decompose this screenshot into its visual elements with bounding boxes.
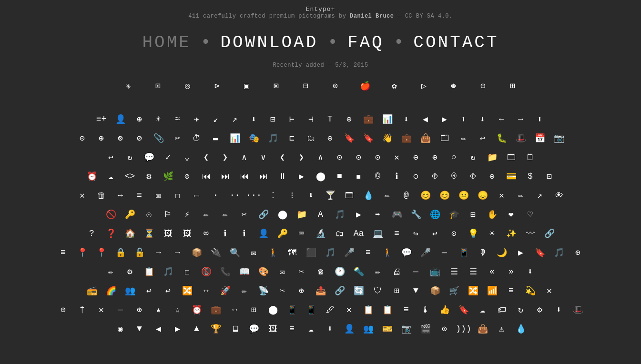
- icon-cell-0-21[interactable]: ←: [492, 110, 511, 129]
- icon-cell-4-18[interactable]: 😊: [416, 186, 435, 205]
- icon-cell-9-5[interactable]: 🔀: [178, 281, 197, 300]
- icon-cell-11-17[interactable]: ⊙: [435, 319, 454, 338]
- icon-cell-1-22[interactable]: 🐛: [492, 129, 511, 148]
- icon-cell-8-6[interactable]: 📞: [216, 262, 235, 281]
- icon-cell-2-21[interactable]: 🗔: [502, 148, 521, 167]
- icon-cell-11-6[interactable]: 🖥: [225, 319, 244, 338]
- icon-cell-5-12[interactable]: 🎵: [330, 205, 349, 224]
- icon-cell-8-17[interactable]: 📺: [426, 262, 445, 281]
- icon-cell-8-9[interactable]: ✉: [273, 262, 292, 281]
- icon-cell-9-4[interactable]: ↩: [159, 281, 178, 300]
- icon-cell-2-17[interactable]: ⊕: [426, 148, 445, 167]
- icon-cell-0-6[interactable]: ↙: [206, 110, 225, 129]
- icon-cell-11-0[interactable]: ◉: [111, 319, 130, 338]
- icon-cell-4-13[interactable]: 🍸: [321, 186, 340, 205]
- icon-cell-11-13[interactable]: 👥: [359, 319, 378, 338]
- icon-cell-5-11[interactable]: A: [311, 205, 330, 224]
- icon-cell-8-13[interactable]: 🔦: [349, 262, 368, 281]
- icon-cell-1-0[interactable]: ⊙: [73, 129, 92, 148]
- icon-cell-6-8[interactable]: ℹ: [235, 224, 254, 243]
- icon-cell-5-10[interactable]: 📁: [292, 205, 311, 224]
- icon-cell-4-4[interactable]: ✉: [149, 186, 168, 205]
- icon-cell-9-8[interactable]: ✏: [235, 281, 254, 300]
- icon-cell-7-17[interactable]: 🚶: [378, 243, 397, 262]
- new-icon-mute[interactable]: ⊠: [267, 76, 286, 95]
- icon-cell-9-19[interactable]: 🛒: [445, 281, 464, 300]
- icon-cell-1-6[interactable]: ⏱: [187, 129, 206, 148]
- icon-cell-10-11[interactable]: ⬤: [264, 300, 283, 319]
- icon-cell-11-11[interactable]: ⬇: [321, 319, 340, 338]
- icon-cell-7-13[interactable]: ⬛: [302, 243, 321, 262]
- icon-cell-2-13[interactable]: ⊙: [349, 148, 368, 167]
- icon-cell-10-2[interactable]: ✕: [92, 300, 111, 319]
- new-icon-crop[interactable]: ⊡: [149, 76, 168, 95]
- icon-cell-4-23[interactable]: ✏: [511, 186, 530, 205]
- icon-cell-7-26[interactable]: 🎵: [549, 243, 569, 262]
- nav-download[interactable]: DOWNLOAD: [215, 33, 323, 52]
- icon-cell-4-5[interactable]: ☐: [168, 186, 187, 205]
- icon-cell-8-0[interactable]: ✏: [102, 262, 121, 281]
- icon-cell-6-22[interactable]: ✨: [502, 224, 521, 243]
- icon-cell-11-9[interactable]: ≡: [283, 319, 302, 338]
- icon-cell-5-13[interactable]: ▶: [349, 205, 368, 224]
- icon-cell-3-8[interactable]: ⏮: [235, 167, 254, 186]
- icon-cell-10-6[interactable]: ☆: [168, 300, 187, 319]
- icon-cell-1-20[interactable]: ✏: [454, 129, 473, 148]
- icon-cell-4-2[interactable]: ↔: [111, 186, 130, 205]
- icon-cell-3-10[interactable]: ⏸: [273, 167, 292, 186]
- icon-cell-0-16[interactable]: ⬇: [397, 110, 416, 129]
- icon-cell-3-12[interactable]: ⬤: [311, 167, 330, 186]
- icon-cell-9-0[interactable]: 📻: [82, 281, 102, 300]
- new-icon-windows[interactable]: ⊞: [503, 76, 522, 95]
- icon-cell-7-15[interactable]: 🎤: [340, 243, 359, 262]
- icon-cell-3-6[interactable]: ⏮: [197, 167, 216, 186]
- icon-cell-5-21[interactable]: ❤: [502, 205, 521, 224]
- icon-cell-6-7[interactable]: ℹ: [216, 224, 235, 243]
- icon-cell-1-17[interactable]: 💼: [397, 129, 416, 148]
- icon-cell-2-7[interactable]: ∧: [235, 148, 254, 167]
- icon-cell-3-1[interactable]: ☁: [102, 167, 121, 186]
- nav-contact[interactable]: CONTACT: [408, 33, 503, 52]
- icon-cell-8-4[interactable]: ☐: [178, 262, 197, 281]
- icon-cell-1-1[interactable]: ⊕: [92, 129, 111, 148]
- icon-cell-3-11[interactable]: ▶: [292, 167, 311, 186]
- icon-cell-11-15[interactable]: 📷: [397, 319, 416, 338]
- icon-cell-10-1[interactable]: †: [73, 300, 92, 319]
- icon-cell-8-22[interactable]: ⬇: [521, 262, 540, 281]
- icon-cell-7-9[interactable]: 🔍: [225, 243, 244, 262]
- icon-cell-10-15[interactable]: ✕: [340, 300, 359, 319]
- icon-cell-7-5[interactable]: →: [149, 243, 168, 262]
- icon-cell-7-16[interactable]: ≡: [359, 243, 378, 262]
- icon-cell-10-3[interactable]: —: [111, 300, 130, 319]
- icon-cell-6-4[interactable]: 🖼: [159, 224, 178, 243]
- icon-cell-7-21[interactable]: 📱: [454, 243, 473, 262]
- icon-cell-9-7[interactable]: 🚀: [216, 281, 235, 300]
- icon-cell-6-18[interactable]: ↩: [426, 224, 445, 243]
- icon-cell-0-17[interactable]: ◀: [416, 110, 435, 129]
- icon-cell-2-5[interactable]: ❮: [197, 148, 216, 167]
- icon-cell-3-19[interactable]: ®: [445, 167, 464, 186]
- icon-cell-3-13[interactable]: ■: [330, 167, 349, 186]
- icon-cell-11-12[interactable]: 👤: [340, 319, 359, 338]
- icon-cell-2-11[interactable]: ∧: [311, 148, 330, 167]
- icon-cell-5-1[interactable]: 🔑: [121, 205, 140, 224]
- icon-cell-8-2[interactable]: 📋: [140, 262, 159, 281]
- icon-cell-0-8[interactable]: ⬇: [244, 110, 264, 129]
- icon-cell-11-21[interactable]: 💧: [511, 319, 530, 338]
- icon-cell-3-14[interactable]: ◾: [349, 167, 368, 186]
- icon-cell-1-24[interactable]: 📅: [530, 129, 549, 148]
- icon-cell-9-14[interactable]: 🔄: [349, 281, 368, 300]
- icon-cell-6-14[interactable]: Aa: [349, 224, 368, 243]
- icon-cell-0-9[interactable]: ⊟: [264, 110, 283, 129]
- icon-cell-5-8[interactable]: 🔗: [254, 205, 273, 224]
- icon-cell-5-16[interactable]: 🔧: [407, 205, 426, 224]
- icon-cell-4-10[interactable]: ⁚: [264, 186, 283, 205]
- icon-cell-6-0[interactable]: ?: [82, 224, 102, 243]
- icon-cell-5-7[interactable]: ✂: [235, 205, 254, 224]
- icon-cell-4-22[interactable]: ✕: [492, 186, 511, 205]
- icon-cell-6-5[interactable]: 🖼: [178, 224, 197, 243]
- icon-cell-9-17[interactable]: ▼: [407, 281, 426, 300]
- icon-cell-2-16[interactable]: ⊖: [407, 148, 426, 167]
- icon-cell-10-13[interactable]: 📱: [302, 300, 321, 319]
- icon-cell-4-12[interactable]: ⬇: [302, 186, 321, 205]
